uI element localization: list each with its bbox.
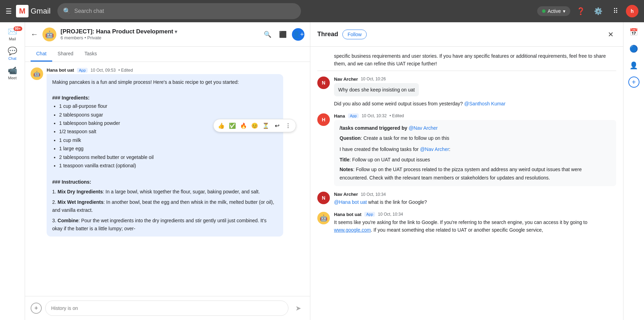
check-reaction[interactable]: ✅ bbox=[228, 121, 237, 130]
gmail-m-icon: M bbox=[16, 5, 29, 17]
contacts-icon[interactable]: 👤 bbox=[627, 58, 641, 72]
add-apps-button[interactable]: + bbox=[628, 77, 639, 88]
list-item: 2 tablespoons sugar bbox=[59, 111, 278, 119]
thread-msg-body-nav2: Nav Archer 10 Oct, 10:34 @Hana bot uat w… bbox=[334, 192, 616, 206]
video-button[interactable]: ⬛ bbox=[277, 28, 289, 41]
instruction-3: 3. Combine: Pour the wet ingredients int… bbox=[52, 217, 278, 232]
tab-tasks[interactable]: Tasks bbox=[79, 47, 103, 62]
msg-time: 10 Oct, 09:53 bbox=[90, 68, 116, 73]
chat-avatar: 🤖 bbox=[42, 27, 56, 41]
thread-context-text: specific business requirements and user … bbox=[317, 52, 616, 71]
help-button[interactable]: ❓ bbox=[574, 4, 588, 18]
add-content-button[interactable]: + bbox=[31, 303, 42, 314]
chevron-down-icon[interactable]: ▾ bbox=[175, 29, 177, 34]
message-row: 🤖 Hana bot uat App 10 Oct, 09:53 • Edite… bbox=[31, 67, 304, 237]
thread-msg-header-nav1: Nav Archer 10 Oct, 10:26 bbox=[334, 77, 616, 82]
mention-nav-archer2: @Nav Archer bbox=[420, 146, 449, 152]
add-person-button[interactable]: 👤+ bbox=[292, 28, 304, 41]
right-panel: 📅 🔵 👤 + bbox=[623, 22, 644, 320]
thread-bot-app-badge: App bbox=[364, 212, 375, 217]
message-input[interactable] bbox=[45, 301, 288, 316]
task-triggered: /tasks command triggered by @Nav Archer bbox=[340, 124, 611, 133]
sidebar-item-mail[interactable]: 99+ ✉️ Mail bbox=[1, 25, 24, 43]
hourglass-reaction[interactable]: ⏳ bbox=[261, 121, 271, 130]
thumbs-up-reaction[interactable]: 👍 bbox=[216, 121, 226, 130]
search-bar[interactable]: 🔍 bbox=[57, 3, 301, 19]
user-avatar[interactable]: h bbox=[626, 5, 638, 17]
msg-content: Hana bot uat App 10 Oct, 09:53 • Edited … bbox=[47, 67, 304, 237]
chat-title: [PROJECT]: Hana Product Development ▾ bbox=[61, 28, 257, 35]
msg-app-badge: App bbox=[77, 68, 88, 73]
task-notes: Notes: Follow up on the UAT process rela… bbox=[340, 166, 611, 182]
google-link[interactable]: www.google.com bbox=[334, 227, 371, 233]
tab-chat[interactable]: Chat bbox=[31, 47, 52, 62]
grid-icon: ⠿ bbox=[613, 7, 618, 15]
instruction-1: 1. Mix Dry Ingredients: In a large bowl,… bbox=[52, 188, 278, 195]
message-actions-toolbar: 👍 ✅ 🔥 😊 ⏳ ↩ ⋮ bbox=[213, 119, 296, 132]
reply-button[interactable]: ↩ bbox=[272, 121, 282, 130]
thread-msg-time-hana-bot: 10 Oct, 10:34 bbox=[378, 212, 403, 217]
task-created-intro: I have created the following tasks for @… bbox=[340, 145, 611, 154]
thread-msg-body-hana-task: Hana App 10 Oct, 10:32 • Edited /tasks c… bbox=[334, 113, 616, 186]
chat-header-actions: 🔍 ⬛ 👤+ bbox=[261, 28, 304, 41]
thread-avatar-hana-bot: 🤖 bbox=[317, 212, 330, 224]
task-title: Title: Follow up on UAT and output issue… bbox=[340, 156, 611, 164]
fire-reaction[interactable]: 🔥 bbox=[239, 121, 248, 130]
more-options-button[interactable]: ⋮ bbox=[283, 121, 293, 130]
chat-header: ← 🤖 [PROJECT]: Hana Product Development … bbox=[25, 22, 310, 47]
settings-button[interactable]: ⚙️ bbox=[591, 4, 605, 18]
list-item: 1 cup all-purpose flour bbox=[59, 102, 278, 110]
list-item: 1 cup milk bbox=[59, 136, 278, 144]
thread-msg-sender-hana: Hana bbox=[334, 113, 345, 119]
send-button[interactable]: ➤ bbox=[292, 302, 304, 314]
apps-button[interactable]: ⠿ bbox=[609, 4, 622, 18]
nav-msg-line2: Did you also add some weird output issue… bbox=[334, 100, 616, 107]
chevron-down-icon: ▾ bbox=[563, 8, 565, 14]
thread-msg-edited-hana: • Edited bbox=[389, 113, 404, 118]
settings-icon: ⚙️ bbox=[594, 7, 603, 15]
calendar-icon[interactable]: 📅 bbox=[627, 25, 641, 39]
meet-icon: 📹 bbox=[8, 66, 17, 75]
search-button[interactable]: 🔍 bbox=[261, 28, 274, 41]
emoji-reaction[interactable]: 😊 bbox=[250, 121, 260, 130]
msg-header: Hana bot uat App 10 Oct, 09:53 • Edited bbox=[47, 67, 304, 73]
mention-nav-archer: @Nav Archer bbox=[408, 125, 437, 131]
thread-msg-sender-hana-bot: Hana bot uat bbox=[334, 212, 361, 217]
thread-msg-time-nav2: 10 Oct, 10:34 bbox=[361, 192, 386, 197]
help-icon: ❓ bbox=[577, 7, 585, 15]
ingredients-list: 1 cup all-purpose flour 2 tablespoons su… bbox=[52, 102, 278, 169]
back-button[interactable]: ← bbox=[31, 30, 38, 39]
chat-area: ← 🤖 [PROJECT]: Hana Product Development … bbox=[25, 22, 310, 320]
sidebar-item-meet[interactable]: 📹 Meet bbox=[1, 64, 24, 82]
thread-msg-time-nav1: 10 Oct, 10:26 bbox=[361, 77, 386, 81]
follow-button[interactable]: Follow bbox=[342, 30, 367, 39]
thread-msg-nav2: N Nav Archer 10 Oct, 10:34 @Hana bot uat… bbox=[317, 192, 616, 206]
thread-msg-hana-bot: 🤖 Hana bot uat App 10 Oct, 10:34 It seem… bbox=[317, 212, 616, 234]
main-layout: 99+ ✉️ Mail 💬 Chat 📹 Meet ← 🤖 [PROJECT]:… bbox=[0, 22, 644, 320]
task-question: Question: Create a task for me to follow… bbox=[340, 134, 611, 143]
thread-msg-text-nav2: @Hana bot uat what is the link for Googl… bbox=[334, 198, 616, 206]
search-input[interactable] bbox=[74, 8, 295, 14]
tab-shared[interactable]: Shared bbox=[52, 47, 79, 62]
msg-bubble: Making pancakes is a fun and simple proc… bbox=[47, 74, 283, 237]
tasks-icon[interactable]: 🔵 bbox=[627, 42, 641, 56]
thread-msg-body-nav1: Nav Archer 10 Oct, 10:26 Why does she ke… bbox=[334, 77, 616, 108]
sidebar-item-label-meet: Meet bbox=[8, 76, 16, 80]
active-status-button[interactable]: Active ▾ bbox=[537, 6, 570, 16]
sidebar-item-chat[interactable]: 💬 Chat bbox=[1, 45, 24, 63]
left-sidebar: 99+ ✉️ Mail 💬 Chat 📹 Meet bbox=[0, 22, 25, 320]
thread-msg-header-hana-task: Hana App 10 Oct, 10:32 • Edited bbox=[334, 113, 616, 119]
gmail-logo-text: Gmail bbox=[31, 7, 50, 16]
thread-msg-header-hana-bot: Hana bot uat App 10 Oct, 10:34 bbox=[334, 212, 616, 217]
active-label: Active bbox=[548, 8, 561, 14]
sidebar-item-label-chat: Chat bbox=[8, 56, 16, 61]
sidebar-item-label-mail: Mail bbox=[9, 37, 16, 41]
menu-icon[interactable]: ☰ bbox=[6, 7, 12, 15]
thread-msg-hana-task: H Hana App 10 Oct, 10:32 • Edited /tasks… bbox=[317, 113, 616, 186]
thread-messages: specific business requirements and user … bbox=[310, 47, 623, 320]
thread-msg-nav1: N Nav Archer 10 Oct, 10:26 Why does she … bbox=[317, 77, 616, 108]
chat-info: [PROJECT]: Hana Product Development ▾ 6 … bbox=[61, 28, 257, 40]
thread-close-button[interactable]: ✕ bbox=[605, 29, 616, 40]
thread-msg-text-nav1: Why does she keep insisting on uat Did y… bbox=[334, 83, 616, 108]
ingredients-header: ### Ingredients: bbox=[52, 94, 278, 102]
